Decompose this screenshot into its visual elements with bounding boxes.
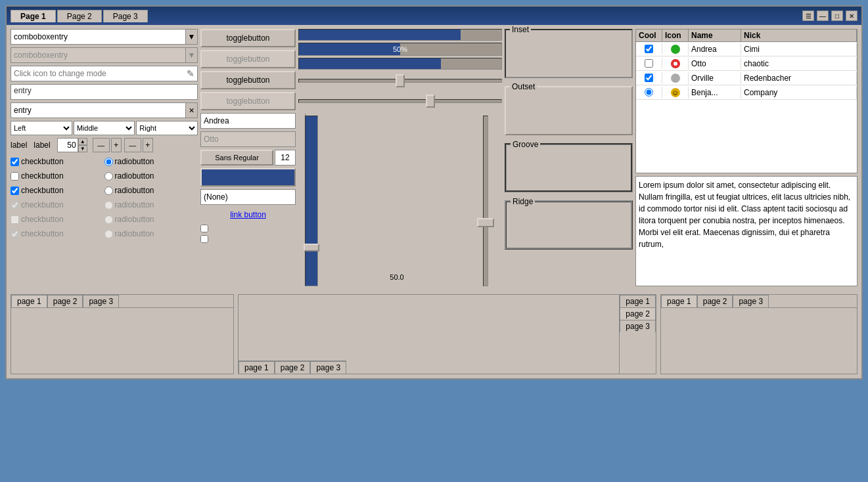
combo1[interactable]: ▼ — [11, 29, 198, 45]
check1-input[interactable] — [11, 158, 19, 166]
title-tab-1[interactable]: Page 1 — [11, 10, 56, 22]
radio1-input[interactable] — [104, 158, 113, 166]
bar3 — [298, 58, 502, 70]
mode-icon[interactable]: ✎ — [187, 68, 194, 79]
align-select-middle[interactable]: LeftMiddleRight — [74, 123, 135, 133]
tree-cell-nick3: Redenbacher — [741, 72, 857, 84]
combo1-arrow[interactable]: ▼ — [185, 30, 197, 44]
align-select-right[interactable]: LeftMiddleRight — [137, 123, 197, 133]
maximize-button[interactable]: □ — [831, 11, 843, 21]
align-select-left[interactable]: LeftMiddleRight — [11, 123, 72, 133]
vscale-navy-thumb[interactable] — [304, 244, 319, 252]
nb3-tab3[interactable]: page 3 — [733, 295, 769, 307]
close-button[interactable]: ✕ — [846, 11, 857, 21]
nb2-btab3[interactable]: page 3 — [310, 361, 346, 374]
clear-button[interactable]: ✕ — [185, 103, 197, 118]
menu-button[interactable]: ☰ — [802, 11, 814, 21]
nb2-btab1[interactable]: page 1 — [239, 361, 275, 374]
tree-radio4[interactable] — [645, 88, 653, 97]
spin-up[interactable]: ▲ — [78, 138, 87, 145]
tree-header-name[interactable]: Name — [689, 30, 741, 41]
tree-row-otto[interactable]: Otto chaotic — [636, 56, 857, 71]
radio1[interactable]: radiobutton — [104, 155, 198, 168]
tree-row-orville[interactable]: Orville Redenbacher — [636, 71, 857, 85]
nb2-tab3[interactable]: page 3 — [620, 320, 656, 332]
spin-buttons[interactable]: ▲ ▼ — [78, 138, 87, 152]
notebook3: page 1 page 2 page 3 — [660, 294, 857, 374]
tree-header-nick[interactable]: Nick — [741, 30, 857, 41]
tree-check1[interactable] — [645, 45, 653, 53]
window-controls: ☰ — □ ✕ — [802, 11, 857, 21]
tree-view[interactable]: Cool Icon Name Nick Andrea Cimi Otto — [635, 29, 857, 173]
tree-header-cool[interactable]: Cool — [636, 30, 662, 41]
title-tab-2[interactable]: Page 2 — [57, 10, 102, 22]
nb1-tab2[interactable]: page 2 — [47, 295, 83, 307]
tree-cell-nick4: Company — [741, 87, 857, 99]
combo1-input[interactable] — [11, 31, 185, 43]
entry-icon-input[interactable] — [14, 69, 187, 78]
radio3[interactable]: radiobutton — [104, 184, 198, 197]
text-view[interactable]: Lorem ipsum dolor sit amet, consectetur … — [635, 176, 857, 286]
toggle1[interactable]: togglebutton — [200, 29, 296, 47]
check3-input[interactable] — [11, 186, 19, 195]
title-tab-3[interactable]: Page 3 — [103, 10, 148, 22]
minimize-button[interactable]: — — [817, 11, 829, 21]
small-check2-input[interactable] — [200, 235, 208, 243]
hscale2-thumb[interactable] — [426, 95, 435, 108]
check3[interactable]: checkbutton — [11, 184, 104, 197]
align-combo-right[interactable]: LeftMiddleRight — [136, 121, 198, 135]
vscale-navy-track[interactable] — [305, 116, 318, 286]
tree-row-andrea[interactable]: Andrea Cimi — [636, 42, 857, 56]
align-combo-middle[interactable]: LeftMiddleRight — [74, 121, 135, 135]
color-button[interactable] — [200, 168, 296, 186]
notebook1: page 1 page 2 page 3 — [11, 294, 234, 374]
check2-input[interactable] — [11, 172, 19, 181]
entry-clearable[interactable]: ✕ — [11, 102, 198, 118]
spin-input[interactable] — [57, 138, 78, 152]
nb1-tab3[interactable]: page 3 — [83, 295, 119, 307]
hscale1-track — [298, 79, 502, 83]
spin-group[interactable]: ▲ ▼ — [57, 138, 87, 152]
toggle3[interactable]: togglebutton — [200, 71, 296, 89]
nb2-btab2[interactable]: page 2 — [275, 361, 311, 374]
radio2[interactable]: radiobutton — [104, 169, 198, 183]
hscale2[interactable] — [298, 92, 502, 110]
combo-andrea[interactable]: ▼ — [200, 113, 296, 129]
tree-header-icon[interactable]: Icon — [662, 30, 689, 41]
spacer-plus1[interactable]: + — [111, 138, 122, 152]
file-chooser-input[interactable] — [201, 192, 305, 202]
font-row[interactable]: Sans Regular 12 — [200, 150, 296, 165]
check2[interactable]: checkbutton — [11, 169, 104, 183]
small-check1-input[interactable] — [200, 225, 208, 232]
nb3-tab1[interactable]: page 1 — [661, 295, 697, 307]
tree-check3[interactable] — [645, 74, 653, 82]
nb2-tab2[interactable]: page 2 — [620, 307, 656, 320]
entry-icon-row[interactable]: ✎ — [11, 66, 198, 81]
link-button[interactable]: link button — [200, 208, 296, 222]
radio2-input[interactable] — [104, 172, 113, 181]
frame-ridge: Ridge — [505, 200, 633, 250]
check1[interactable]: checkbutton — [11, 155, 104, 168]
file-chooser[interactable]: 📂 — [200, 189, 296, 205]
radio4: radiobutton — [104, 198, 198, 211]
hscale1-thumb[interactable] — [396, 74, 405, 87]
align-row[interactable]: LeftMiddleRight LeftMiddleRight LeftMidd… — [11, 121, 198, 135]
combo-andrea-input[interactable] — [201, 115, 305, 127]
spacer-plus2[interactable]: + — [143, 138, 153, 152]
nb2-tab1[interactable]: page 1 — [620, 295, 656, 307]
font-button[interactable]: Sans Regular — [200, 150, 273, 165]
spin-down[interactable]: ▼ — [78, 145, 87, 152]
radio3-input[interactable] — [104, 186, 113, 195]
entry-clear-input[interactable] — [11, 104, 185, 116]
vscale-right-thumb[interactable] — [477, 218, 494, 227]
small-check2[interactable] — [200, 235, 296, 243]
hscale1[interactable] — [298, 72, 502, 90]
vscale-right-track[interactable] — [483, 116, 488, 286]
tree-row-benja[interactable]: ☺ Benja... Company — [636, 85, 857, 100]
tree-check2[interactable] — [645, 59, 653, 68]
align-combo-left[interactable]: LeftMiddleRight — [11, 121, 72, 135]
nb3-tab2[interactable]: page 2 — [697, 295, 733, 307]
small-check1[interactable] — [200, 225, 296, 232]
vscales-area: 50.0 — [298, 116, 502, 286]
nb1-tab1[interactable]: page 1 — [11, 295, 47, 307]
